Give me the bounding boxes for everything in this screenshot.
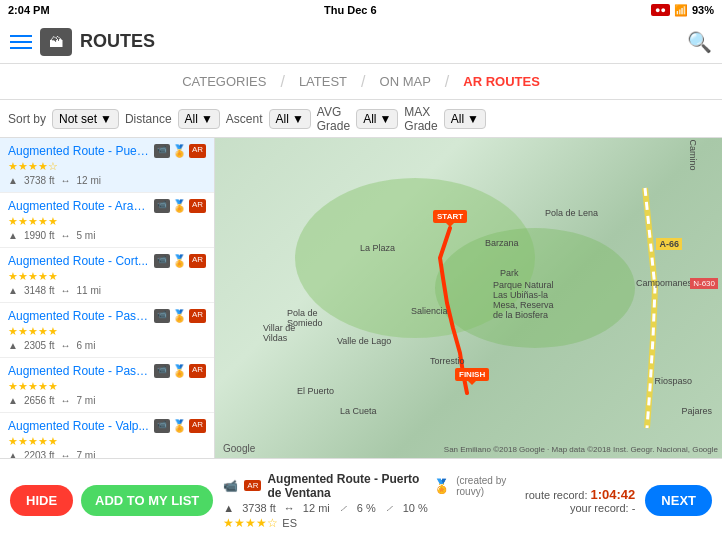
avg-grade-label: AVGGrade bbox=[317, 105, 350, 133]
route-item[interactable]: Augmented Route - Pass... 📹 🏅 AR ★★★★★ ▲… bbox=[0, 358, 214, 413]
distance-select[interactable]: All ▼ bbox=[178, 109, 220, 129]
torrestio-label: Torrestio bbox=[430, 356, 465, 366]
tab-onmap[interactable]: ON MAP bbox=[366, 64, 445, 100]
ascent-chevron: ▼ bbox=[292, 112, 304, 126]
a66-label: A-66 bbox=[656, 238, 682, 250]
route-stats: ▲ 2305 ft ↔ 6 mi bbox=[8, 340, 206, 351]
bottom-country: ES bbox=[282, 517, 297, 529]
route-distance: 5 mi bbox=[77, 230, 96, 241]
tab-arroutes[interactable]: AR ROUTES bbox=[449, 64, 554, 100]
route-distance: 7 mi bbox=[77, 395, 96, 406]
distance-label: Distance bbox=[125, 112, 172, 126]
bottom-elevation: 3738 ft bbox=[242, 502, 276, 514]
route-stats: ▲ 2656 ft ↔ 7 mi bbox=[8, 395, 206, 406]
route-distance: 11 mi bbox=[77, 285, 101, 296]
route-distance: 12 mi bbox=[77, 175, 101, 186]
cam-badge: 📹 bbox=[154, 254, 170, 268]
route-dist-icon: ↔ bbox=[61, 230, 71, 241]
barzana-label: Barzana bbox=[485, 238, 519, 248]
route-item-name: Augmented Route - Pass... bbox=[8, 364, 150, 378]
route-elevation: 3738 ft bbox=[24, 175, 55, 186]
cam-badge: 📹 bbox=[154, 419, 170, 433]
route-elevation: 1990 ft bbox=[24, 230, 55, 241]
route-dist-icon: ↔ bbox=[61, 395, 71, 406]
battery-icon: ●● bbox=[651, 4, 670, 16]
medal-badge: 🏅 bbox=[172, 419, 187, 433]
battery-level: 93% bbox=[692, 4, 714, 16]
next-button[interactable]: NEXT bbox=[645, 485, 712, 516]
medal-badge: 🏅 bbox=[172, 199, 187, 213]
route-item[interactable]: Augmented Route - Cort... 📹 🏅 AR ★★★★★ ▲… bbox=[0, 248, 214, 303]
status-time: 2:04 PM bbox=[8, 4, 50, 16]
route-dist-icon: ↔ bbox=[61, 340, 71, 351]
avg-grade-chevron: ▼ bbox=[379, 112, 391, 126]
ar-badge: AR bbox=[189, 254, 206, 268]
route-dist-icon: ↔ bbox=[61, 175, 71, 186]
max-grade-value: All bbox=[451, 112, 464, 126]
ar-badge-bottom: AR bbox=[244, 480, 261, 491]
bottom-buttons: HIDE ADD TO MY LIST bbox=[10, 485, 213, 516]
search-button[interactable]: 🔍 bbox=[687, 30, 712, 54]
route-item[interactable]: Augmented Route - Arab... 📹 🏅 AR ★★★★★ ▲… bbox=[0, 193, 214, 248]
parquenatural-label: Parque Natural bbox=[493, 280, 554, 290]
wifi-icon: 📶 bbox=[674, 4, 688, 17]
sort-select[interactable]: Not set ▼ bbox=[52, 109, 119, 129]
ascent-label: Ascent bbox=[226, 112, 263, 126]
hide-button[interactable]: HIDE bbox=[10, 485, 73, 516]
cam-badge: 📹 bbox=[154, 309, 170, 323]
cam-badge: 📹 bbox=[154, 364, 170, 378]
menu-button[interactable] bbox=[10, 35, 32, 49]
sort-label: Sort by bbox=[8, 112, 46, 126]
status-bar: 2:04 PM Thu Dec 6 ●● 📶 93% bbox=[0, 0, 722, 20]
vallelago-label: Valle de Lago bbox=[337, 336, 391, 346]
avg-icon: ⟋ bbox=[338, 502, 349, 514]
route-item-name: Augmented Route - Cort... bbox=[8, 254, 150, 268]
sort-value: Not set bbox=[59, 112, 97, 126]
bottom-route-name: Augmented Route - Puerto de Ventana bbox=[267, 472, 427, 500]
delasbiosfera-label: de la Biosfera bbox=[493, 310, 548, 320]
route-elevation: 2203 ft bbox=[24, 450, 55, 458]
route-record-label: route record: 1:04:42 bbox=[525, 487, 635, 502]
route-elevation: 2305 ft bbox=[24, 340, 55, 351]
finish-marker: FINISH bbox=[455, 368, 489, 381]
laplaza-label: La Plaza bbox=[360, 243, 395, 253]
route-item[interactable]: Augmented Route - Puer... 📹 🏅 AR ★★★★☆ ▲… bbox=[0, 138, 214, 193]
camino-label: Camino bbox=[687, 139, 697, 170]
avg-grade-select[interactable]: All ▼ bbox=[356, 109, 398, 129]
ar-badge: AR bbox=[189, 419, 206, 433]
distance-value: All bbox=[185, 112, 198, 126]
max-grade-select[interactable]: All ▼ bbox=[444, 109, 486, 129]
route-item-name: Augmented Route - Arab... bbox=[8, 199, 150, 213]
route-item[interactable]: Augmented Route - Valp... 📹 🏅 AR ★★★★★ ▲… bbox=[0, 413, 214, 458]
start-marker: START bbox=[433, 210, 467, 223]
route-elev-icon: ▲ bbox=[8, 395, 18, 406]
ascent-select[interactable]: All ▼ bbox=[269, 109, 311, 129]
avg-grade-value: All bbox=[363, 112, 376, 126]
ascent-value: All bbox=[276, 112, 289, 126]
route-stars: ★★★★★ bbox=[8, 270, 58, 283]
add-to-list-button[interactable]: ADD TO MY LIST bbox=[81, 485, 213, 516]
tab-latest[interactable]: LATEST bbox=[285, 64, 361, 100]
bottom-avg-grade: 6 % bbox=[357, 502, 376, 514]
map-copyright: San Emiliano ©2018 Google · Map data ©20… bbox=[444, 445, 718, 454]
route-stats: ▲ 3738 ft ↔ 12 mi bbox=[8, 175, 206, 186]
medal-badge: 🏅 bbox=[172, 254, 187, 268]
bottom-route-info: 📹 AR Augmented Route - Puerto de Ventana… bbox=[223, 472, 515, 530]
route-item[interactable]: Augmented Route - Pass... 📹 🏅 AR ★★★★★ ▲… bbox=[0, 303, 214, 358]
distance-icon: ↔ bbox=[284, 502, 295, 514]
route-elev-icon: ▲ bbox=[8, 230, 18, 241]
route-stars: ★★★★☆ bbox=[8, 160, 58, 173]
route-dist-icon: ↔ bbox=[61, 285, 71, 296]
map-panel[interactable]: START FINISH Camino La Plaza Barzana Pol… bbox=[215, 138, 722, 458]
tab-categories[interactable]: CATEGORIES bbox=[168, 64, 280, 100]
header: 🏔 ROUTES 🔍 bbox=[0, 20, 722, 64]
route-dist-icon: ↔ bbox=[61, 450, 71, 458]
cam-badge: 📹 bbox=[154, 144, 170, 158]
main-content: Augmented Route - Puer... 📹 🏅 AR ★★★★☆ ▲… bbox=[0, 138, 722, 458]
medal-badge: 🏅 bbox=[172, 364, 187, 378]
video-cam-icon: 📹 bbox=[223, 479, 238, 493]
ar-badge: AR bbox=[189, 199, 206, 213]
your-record-value: - bbox=[632, 502, 636, 514]
villarvildas-label: Villar deVildas bbox=[263, 323, 295, 343]
cam-badge: 📹 bbox=[154, 199, 170, 213]
